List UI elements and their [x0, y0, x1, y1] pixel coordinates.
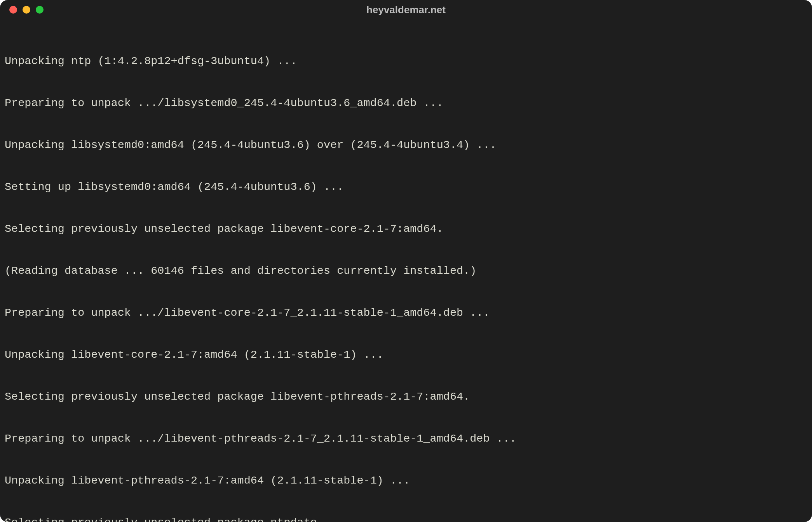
terminal-line: Selecting previously unselected package …: [5, 222, 807, 236]
titlebar: heyvaldemar.net: [0, 0, 812, 19]
terminal-line: Unpacking ntp (1:4.2.8p12+dfsg-3ubuntu4)…: [5, 54, 807, 68]
terminal-line: Selecting previously unselected package …: [5, 390, 807, 404]
terminal-line: Unpacking libevent-pthreads-2.1-7:amd64 …: [5, 474, 807, 488]
terminal-line: Unpacking libsystemd0:amd64 (245.4-4ubun…: [5, 138, 807, 152]
terminal-window: heyvaldemar.net Unpacking ntp (1:4.2.8p1…: [0, 0, 812, 522]
terminal-output[interactable]: Unpacking ntp (1:4.2.8p12+dfsg-3ubuntu4)…: [0, 19, 812, 522]
terminal-line: Preparing to unpack .../libevent-core-2.…: [5, 306, 807, 320]
terminal-line: Setting up libsystemd0:amd64 (245.4-4ubu…: [5, 180, 807, 194]
window-title: heyvaldemar.net: [0, 4, 812, 16]
traffic-lights: [9, 6, 44, 14]
terminal-line: Preparing to unpack .../libsystemd0_245.…: [5, 96, 807, 110]
terminal-line: Unpacking libevent-core-2.1-7:amd64 (2.1…: [5, 348, 807, 362]
terminal-line: (Reading database ... 60146 files and di…: [5, 264, 807, 278]
terminal-line: Preparing to unpack .../libevent-pthread…: [5, 432, 807, 446]
maximize-icon[interactable]: [36, 6, 44, 14]
minimize-icon[interactable]: [23, 6, 30, 14]
terminal-line: Selecting previously unselected package …: [5, 516, 807, 522]
close-icon[interactable]: [9, 6, 17, 14]
